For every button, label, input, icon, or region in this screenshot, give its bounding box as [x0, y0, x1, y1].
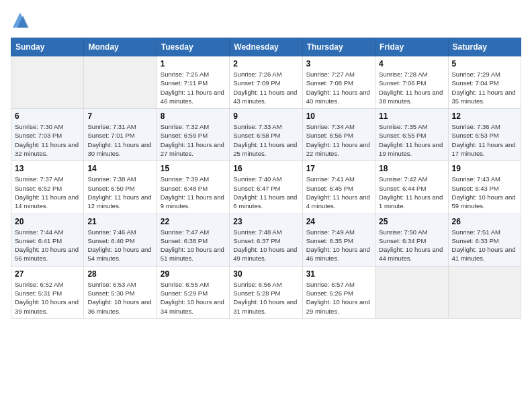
calendar-cell: 2Sunrise: 7:26 AM Sunset: 7:09 PM Daylig…: [230, 56, 302, 109]
day-info: Sunrise: 7:46 AM Sunset: 6:40 PM Dayligh…: [87, 228, 152, 263]
day-info: Sunrise: 7:47 AM Sunset: 6:38 PM Dayligh…: [161, 228, 226, 263]
day-number: 14: [87, 164, 152, 173]
calendar-cell: 22Sunrise: 7:47 AM Sunset: 6:38 PM Dayli…: [157, 214, 229, 266]
day-number: 21: [87, 217, 152, 226]
day-info: Sunrise: 7:51 AM Sunset: 6:33 PM Dayligh…: [452, 228, 517, 263]
day-number: 24: [306, 217, 371, 226]
calendar-header-row: SundayMondayTuesdayWednesdayThursdayFrid…: [11, 38, 521, 56]
day-number: 4: [379, 59, 444, 68]
calendar-cell: 17Sunrise: 7:41 AM Sunset: 6:45 PM Dayli…: [302, 161, 375, 214]
day-info: Sunrise: 7:25 AM Sunset: 7:11 PM Dayligh…: [161, 70, 226, 105]
day-info: Sunrise: 7:44 AM Sunset: 6:41 PM Dayligh…: [15, 228, 80, 263]
calendar-cell: [448, 266, 521, 318]
calendar-cell: 4Sunrise: 7:28 AM Sunset: 7:06 PM Daylig…: [375, 56, 448, 109]
calendar-cell: 11Sunrise: 7:35 AM Sunset: 6:55 PM Dayli…: [375, 109, 448, 161]
day-number: 3: [306, 59, 371, 68]
page-header: [11, 11, 521, 30]
calendar-cell: 27Sunrise: 6:52 AM Sunset: 5:31 PM Dayli…: [11, 266, 84, 318]
day-number: 1: [161, 59, 226, 68]
logo: [11, 11, 32, 30]
day-info: Sunrise: 7:30 AM Sunset: 7:03 PM Dayligh…: [15, 122, 80, 158]
day-number: 17: [306, 164, 371, 173]
calendar-cell: 8Sunrise: 7:32 AM Sunset: 6:59 PM Daylig…: [157, 109, 229, 161]
calendar-cell: 3Sunrise: 7:27 AM Sunset: 7:08 PM Daylig…: [302, 56, 375, 109]
weekday-header: Saturday: [448, 38, 521, 56]
calendar-cell: [84, 56, 157, 109]
day-number: 20: [15, 217, 80, 226]
day-number: 7: [87, 111, 152, 121]
day-info: Sunrise: 7:31 AM Sunset: 7:01 PM Dayligh…: [87, 122, 152, 158]
day-number: 18: [379, 164, 444, 173]
day-number: 25: [379, 217, 444, 226]
day-number: 16: [233, 164, 298, 173]
day-info: Sunrise: 7:35 AM Sunset: 6:55 PM Dayligh…: [379, 122, 444, 158]
day-info: Sunrise: 7:28 AM Sunset: 7:06 PM Dayligh…: [379, 70, 444, 105]
logo-icon: [11, 11, 30, 30]
calendar-table: SundayMondayTuesdayWednesdayThursdayFrid…: [11, 38, 521, 319]
calendar-cell: 13Sunrise: 7:37 AM Sunset: 6:52 PM Dayli…: [11, 161, 84, 214]
day-info: Sunrise: 7:41 AM Sunset: 6:45 PM Dayligh…: [306, 175, 371, 210]
calendar-cell: 24Sunrise: 7:49 AM Sunset: 6:35 PM Dayli…: [302, 214, 375, 266]
weekday-header: Monday: [84, 38, 157, 56]
calendar-cell: 20Sunrise: 7:44 AM Sunset: 6:41 PM Dayli…: [11, 214, 84, 266]
calendar-cell: 19Sunrise: 7:43 AM Sunset: 6:43 PM Dayli…: [448, 161, 521, 214]
calendar-cell: 28Sunrise: 6:53 AM Sunset: 5:30 PM Dayli…: [84, 266, 157, 318]
calendar-cell: [11, 56, 84, 109]
day-number: 10: [306, 111, 371, 121]
day-info: Sunrise: 7:36 AM Sunset: 6:53 PM Dayligh…: [452, 122, 517, 158]
day-number: 6: [15, 111, 80, 121]
calendar-cell: 26Sunrise: 7:51 AM Sunset: 6:33 PM Dayli…: [448, 214, 521, 266]
day-number: 31: [306, 269, 371, 279]
weekday-header: Thursday: [302, 38, 375, 56]
day-info: Sunrise: 7:49 AM Sunset: 6:35 PM Dayligh…: [306, 228, 371, 263]
day-info: Sunrise: 6:53 AM Sunset: 5:30 PM Dayligh…: [87, 280, 152, 316]
calendar-cell: 9Sunrise: 7:33 AM Sunset: 6:58 PM Daylig…: [230, 109, 302, 161]
calendar-cell: [375, 266, 448, 318]
day-number: 19: [452, 164, 517, 173]
day-info: Sunrise: 7:37 AM Sunset: 6:52 PM Dayligh…: [15, 175, 80, 210]
day-info: Sunrise: 6:52 AM Sunset: 5:31 PM Dayligh…: [15, 280, 80, 316]
weekday-header: Friday: [375, 38, 448, 56]
day-number: 28: [87, 269, 152, 279]
day-number: 27: [15, 269, 80, 279]
calendar-cell: 23Sunrise: 7:48 AM Sunset: 6:37 PM Dayli…: [230, 214, 302, 266]
day-info: Sunrise: 7:34 AM Sunset: 6:56 PM Dayligh…: [306, 122, 371, 158]
calendar-cell: 16Sunrise: 7:40 AM Sunset: 6:47 PM Dayli…: [230, 161, 302, 214]
day-info: Sunrise: 7:38 AM Sunset: 6:50 PM Dayligh…: [87, 175, 152, 210]
day-number: 12: [452, 111, 517, 121]
day-number: 8: [161, 111, 226, 121]
day-number: 30: [233, 269, 298, 279]
day-number: 23: [233, 217, 298, 226]
day-info: Sunrise: 7:39 AM Sunset: 6:48 PM Dayligh…: [161, 175, 226, 210]
calendar-cell: 1Sunrise: 7:25 AM Sunset: 7:11 PM Daylig…: [157, 56, 229, 109]
calendar-cell: 21Sunrise: 7:46 AM Sunset: 6:40 PM Dayli…: [84, 214, 157, 266]
calendar-week-row: 13Sunrise: 7:37 AM Sunset: 6:52 PM Dayli…: [11, 161, 521, 214]
calendar-cell: 31Sunrise: 6:57 AM Sunset: 5:26 PM Dayli…: [302, 266, 375, 318]
day-number: 29: [161, 269, 226, 279]
weekday-header: Sunday: [11, 38, 84, 56]
calendar-cell: 7Sunrise: 7:31 AM Sunset: 7:01 PM Daylig…: [84, 109, 157, 161]
calendar-cell: 15Sunrise: 7:39 AM Sunset: 6:48 PM Dayli…: [157, 161, 229, 214]
calendar-cell: 10Sunrise: 7:34 AM Sunset: 6:56 PM Dayli…: [302, 109, 375, 161]
calendar-cell: 12Sunrise: 7:36 AM Sunset: 6:53 PM Dayli…: [448, 109, 521, 161]
day-number: 9: [233, 111, 298, 121]
day-info: Sunrise: 7:43 AM Sunset: 6:43 PM Dayligh…: [452, 175, 517, 210]
weekday-header: Wednesday: [230, 38, 302, 56]
day-info: Sunrise: 7:26 AM Sunset: 7:09 PM Dayligh…: [233, 70, 298, 105]
day-info: Sunrise: 7:42 AM Sunset: 6:44 PM Dayligh…: [379, 175, 444, 210]
day-info: Sunrise: 7:32 AM Sunset: 6:59 PM Dayligh…: [161, 122, 226, 158]
day-info: Sunrise: 6:56 AM Sunset: 5:28 PM Dayligh…: [233, 280, 298, 316]
calendar-cell: 29Sunrise: 6:55 AM Sunset: 5:29 PM Dayli…: [157, 266, 229, 318]
day-info: Sunrise: 7:29 AM Sunset: 7:04 PM Dayligh…: [452, 70, 517, 105]
day-info: Sunrise: 6:55 AM Sunset: 5:29 PM Dayligh…: [161, 280, 226, 316]
day-info: Sunrise: 7:40 AM Sunset: 6:47 PM Dayligh…: [233, 175, 298, 210]
calendar-cell: 5Sunrise: 7:29 AM Sunset: 7:04 PM Daylig…: [448, 56, 521, 109]
day-number: 13: [15, 164, 80, 173]
calendar-cell: 18Sunrise: 7:42 AM Sunset: 6:44 PM Dayli…: [375, 161, 448, 214]
day-info: Sunrise: 7:48 AM Sunset: 6:37 PM Dayligh…: [233, 228, 298, 263]
calendar-cell: 14Sunrise: 7:38 AM Sunset: 6:50 PM Dayli…: [84, 161, 157, 214]
calendar-week-row: 27Sunrise: 6:52 AM Sunset: 5:31 PM Dayli…: [11, 266, 521, 318]
day-number: 15: [161, 164, 226, 173]
calendar-week-row: 20Sunrise: 7:44 AM Sunset: 6:41 PM Dayli…: [11, 214, 521, 266]
day-info: Sunrise: 7:27 AM Sunset: 7:08 PM Dayligh…: [306, 70, 371, 105]
